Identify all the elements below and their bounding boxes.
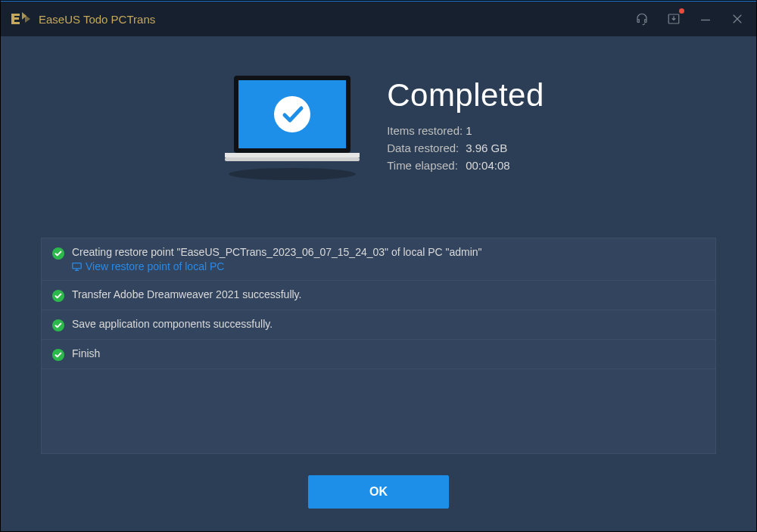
app-logo: EaseUS Todo PCTrans (11, 12, 155, 26)
laptop-icon (220, 73, 364, 186)
summary-info: Completed Items restored: 1 Data restore… (387, 73, 544, 176)
stat-label: Data restored: (387, 142, 466, 154)
close-button[interactable] (729, 11, 746, 27)
stat-label: Time elapsed: (387, 159, 466, 172)
svg-rect-8 (225, 157, 360, 161)
footer: OK (308, 475, 449, 509)
sublink-label: View restore point of local PC (86, 260, 224, 272)
svg-rect-7 (225, 153, 360, 157)
list-item: Transfer Adobe Dreamweaver 2021 successf… (42, 281, 715, 310)
step-list: Creating restore point "EaseUS_PCTrans_2… (41, 238, 716, 454)
stat-label: Items restored: (387, 124, 466, 137)
view-restore-point-link[interactable]: View restore point of local PC (72, 260, 705, 272)
app-window: EaseUS Todo PCTrans (1, 1, 756, 531)
list-item: Finish (42, 340, 715, 369)
list-item-text: Transfer Adobe Dreamweaver 2021 successf… (72, 288, 705, 300)
laptop-illustration (220, 73, 364, 189)
svg-point-9 (229, 168, 356, 180)
inbox-icon (667, 12, 681, 26)
close-icon (731, 12, 744, 26)
stat-time-elapsed: Time elapsed: 00:04:08 (387, 159, 544, 172)
inbox-button[interactable] (665, 11, 682, 27)
headset-icon (635, 12, 649, 26)
list-item: Creating restore point "EaseUS_PCTrans_2… (42, 238, 715, 281)
stat-value: 3.96 GB (466, 142, 507, 154)
svg-point-6 (274, 96, 310, 132)
support-button[interactable] (634, 11, 650, 27)
notification-dot-icon (679, 8, 684, 14)
app-title: EaseUS Todo PCTrans (39, 13, 155, 26)
check-circle-icon (52, 349, 64, 361)
list-item-text: Finish (72, 347, 705, 359)
hero: Completed Items restored: 1 Data restore… (213, 73, 544, 189)
stat-value: 00:04:08 (466, 159, 509, 172)
minimize-button[interactable] (697, 11, 714, 27)
titlebar: EaseUS Todo PCTrans (1, 2, 756, 36)
check-circle-icon (52, 290, 64, 302)
list-item: Save application components successfully… (42, 310, 715, 340)
minimize-icon (699, 12, 712, 26)
svg-rect-11 (73, 263, 81, 268)
stat-value: 1 (466, 124, 472, 137)
list-item-text: Save application components successfully… (72, 318, 705, 330)
list-item-text: Creating restore point "EaseUS_PCTrans_2… (72, 246, 705, 258)
completed-heading: Completed (387, 77, 544, 114)
app-logo-icon (11, 12, 31, 26)
ok-button[interactable]: OK (308, 475, 449, 509)
check-circle-icon (52, 319, 64, 331)
titlebar-actions (634, 11, 746, 27)
stat-data-restored: Data restored: 3.96 GB (387, 142, 544, 154)
content: Completed Items restored: 1 Data restore… (1, 36, 756, 531)
check-circle-icon (52, 247, 64, 260)
monitor-icon (72, 262, 82, 272)
stat-items-restored: Items restored: 1 (387, 124, 544, 137)
